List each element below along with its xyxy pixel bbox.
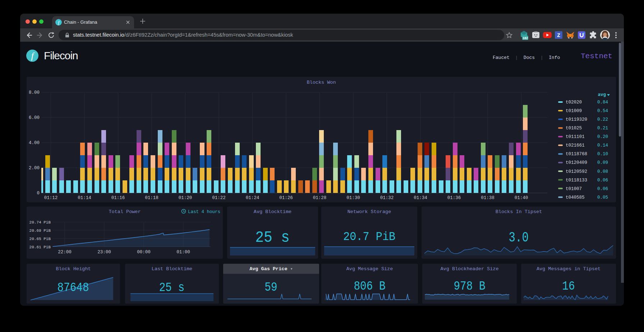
svg-text:22:00: 22:00: [58, 250, 72, 255]
svg-text:t0120592: t0120592: [566, 169, 587, 174]
svg-text:182: 182: [523, 36, 528, 40]
svg-text:0.21: 0.21: [597, 126, 608, 131]
svg-text:0.10: 0.10: [597, 152, 608, 157]
svg-text:01:16: 01:16: [111, 195, 125, 200]
svg-text:01:32: 01:32: [380, 195, 394, 200]
svg-text:Z: Z: [557, 32, 560, 38]
svg-text:01:38: 01:38: [481, 195, 494, 200]
svg-text:2.00: 2.00: [29, 166, 40, 171]
svg-text:0.09: 0.09: [597, 160, 608, 165]
svg-text:t01009: t01009: [566, 109, 582, 114]
svg-text:Blocks Won: Blocks Won: [307, 80, 336, 85]
svg-text:0.22: 0.22: [597, 117, 608, 122]
svg-text:t011101: t011101: [566, 134, 585, 139]
svg-text:avg: avg: [598, 92, 606, 97]
svg-text:01:18: 01:18: [145, 195, 158, 200]
svg-text:0.14: 0.14: [597, 143, 608, 148]
svg-text:01:30: 01:30: [346, 195, 360, 200]
svg-text:01:20: 01:20: [179, 195, 192, 200]
svg-text:0.20: 0.20: [597, 134, 608, 139]
svg-text:0.54: 0.54: [597, 109, 608, 114]
svg-text:01:14: 01:14: [78, 195, 91, 200]
svg-text:01:26: 01:26: [279, 195, 293, 200]
svg-text:20.61 PiB: 20.61 PiB: [29, 245, 51, 249]
svg-text:01:36: 01:36: [447, 195, 461, 200]
svg-text:0.06: 0.06: [597, 186, 608, 192]
svg-text:01:34: 01:34: [414, 195, 427, 200]
svg-text:01:40: 01:40: [515, 195, 528, 200]
svg-text:01:22: 01:22: [212, 195, 226, 200]
svg-text:01:00: 01:00: [176, 250, 190, 255]
svg-text:t0119320: t0119320: [566, 117, 587, 122]
svg-text:t01025: t01025: [566, 126, 582, 131]
svg-text:20.74 PiB: 20.74 PiB: [29, 220, 51, 225]
svg-text:t0120409: t0120409: [566, 160, 587, 165]
svg-text:01:12: 01:12: [44, 195, 58, 200]
svg-text:01:24: 01:24: [246, 195, 259, 200]
svg-text:20.69 PiB: 20.69 PiB: [29, 229, 51, 233]
svg-text:20.65 PiB: 20.65 PiB: [29, 237, 51, 241]
svg-text:t02020: t02020: [566, 100, 582, 105]
svg-text:00:00: 00:00: [137, 250, 151, 255]
svg-text:0: 0: [37, 191, 40, 196]
svg-text:t021661: t021661: [566, 143, 585, 148]
svg-text:t0118768: t0118768: [566, 152, 587, 157]
svg-text:t040585: t040585: [566, 195, 585, 200]
svg-text:t0118133: t0118133: [566, 178, 587, 183]
svg-text:6.00: 6.00: [29, 115, 40, 120]
svg-text:0.84: 0.84: [597, 100, 608, 105]
svg-text:4.00: 4.00: [29, 140, 40, 146]
svg-text:8.00: 8.00: [29, 90, 40, 95]
svg-text:0.08: 0.08: [597, 169, 608, 174]
svg-text:23:00: 23:00: [97, 250, 111, 255]
svg-text:01:28: 01:28: [313, 195, 327, 200]
svg-text:0.05: 0.05: [597, 195, 608, 200]
svg-text:t01007: t01007: [566, 186, 582, 192]
svg-text:0.06: 0.06: [597, 178, 608, 183]
